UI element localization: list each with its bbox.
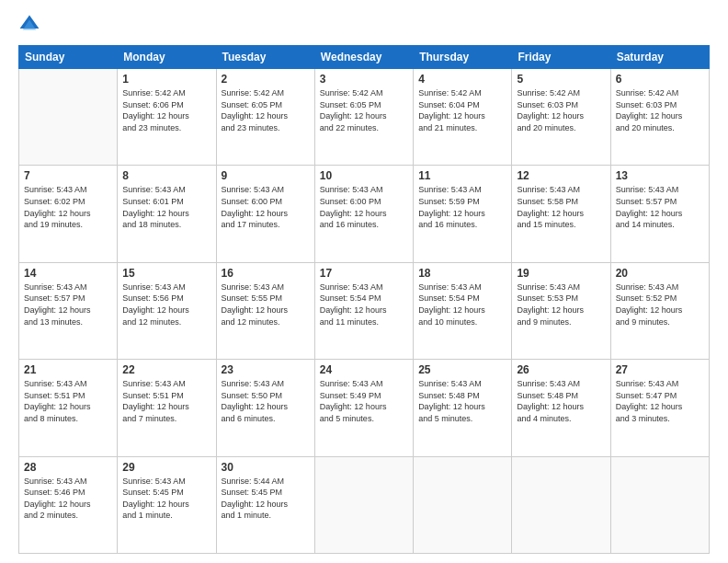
day-number: 17 [320, 267, 408, 280]
day-number: 5 [517, 73, 605, 86]
calendar-cell [512, 456, 610, 553]
day-info: Sunrise: 5:43 AM Sunset: 5:48 PM Dayligh… [418, 378, 506, 424]
calendar-cell: 15Sunrise: 5:43 AM Sunset: 5:56 PM Dayli… [118, 262, 216, 359]
calendar-week-row: 7Sunrise: 5:43 AM Sunset: 6:02 PM Daylig… [19, 166, 710, 262]
day-info: Sunrise: 5:44 AM Sunset: 5:45 PM Dayligh… [222, 476, 310, 522]
day-info: Sunrise: 5:43 AM Sunset: 6:00 PM Dayligh… [320, 184, 408, 230]
day-number: 28 [24, 461, 112, 474]
weekday-header-wednesday: Wednesday [314, 46, 413, 69]
weekday-header-tuesday: Tuesday [216, 46, 314, 69]
day-info: Sunrise: 5:43 AM Sunset: 5:45 PM Dayligh… [122, 476, 210, 522]
calendar-cell: 26Sunrise: 5:43 AM Sunset: 5:48 PM Dayli… [512, 360, 610, 456]
day-info: Sunrise: 5:43 AM Sunset: 5:48 PM Dayligh… [517, 378, 605, 424]
day-number: 21 [24, 363, 112, 376]
calendar-cell: 30Sunrise: 5:44 AM Sunset: 5:45 PM Dayli… [216, 456, 314, 553]
logo [18, 14, 44, 36]
day-info: Sunrise: 5:43 AM Sunset: 6:00 PM Dayligh… [222, 184, 310, 230]
calendar-cell: 18Sunrise: 5:43 AM Sunset: 5:54 PM Dayli… [414, 262, 512, 359]
calendar-cell: 14Sunrise: 5:43 AM Sunset: 5:57 PM Dayli… [19, 262, 118, 359]
day-number: 6 [616, 73, 704, 86]
calendar-cell: 25Sunrise: 5:43 AM Sunset: 5:48 PM Dayli… [414, 360, 512, 456]
calendar-cell: 17Sunrise: 5:43 AM Sunset: 5:54 PM Dayli… [314, 262, 413, 359]
day-number: 11 [418, 169, 506, 182]
day-info: Sunrise: 5:43 AM Sunset: 5:53 PM Dayligh… [517, 282, 605, 327]
calendar-cell: 2Sunrise: 5:42 AM Sunset: 6:05 PM Daylig… [216, 69, 314, 166]
weekday-header-saturday: Saturday [610, 46, 709, 69]
weekday-header-monday: Monday [118, 46, 216, 69]
day-info: Sunrise: 5:42 AM Sunset: 6:03 PM Dayligh… [616, 87, 704, 133]
day-info: Sunrise: 5:43 AM Sunset: 5:56 PM Dayligh… [122, 282, 210, 327]
calendar-cell [414, 456, 512, 553]
day-info: Sunrise: 5:43 AM Sunset: 5:54 PM Dayligh… [320, 282, 408, 327]
calendar-week-row: 21Sunrise: 5:43 AM Sunset: 5:51 PM Dayli… [19, 360, 710, 456]
calendar-cell: 1Sunrise: 5:42 AM Sunset: 6:06 PM Daylig… [118, 69, 216, 166]
calendar-cell: 8Sunrise: 5:43 AM Sunset: 6:01 PM Daylig… [118, 166, 216, 262]
day-number: 8 [122, 169, 210, 182]
day-info: Sunrise: 5:43 AM Sunset: 5:50 PM Dayligh… [222, 378, 310, 424]
day-number: 14 [24, 267, 112, 280]
calendar-cell: 16Sunrise: 5:43 AM Sunset: 5:55 PM Dayli… [216, 262, 314, 359]
calendar-cell: 12Sunrise: 5:43 AM Sunset: 5:58 PM Dayli… [512, 166, 610, 262]
calendar-cell: 13Sunrise: 5:43 AM Sunset: 5:57 PM Dayli… [610, 166, 709, 262]
calendar-cell: 29Sunrise: 5:43 AM Sunset: 5:45 PM Dayli… [118, 456, 216, 553]
logo-icon [18, 14, 40, 36]
day-info: Sunrise: 5:43 AM Sunset: 5:57 PM Dayligh… [24, 282, 112, 327]
calendar-cell: 28Sunrise: 5:43 AM Sunset: 5:46 PM Dayli… [19, 456, 118, 553]
calendar-cell [610, 456, 709, 553]
day-number: 20 [616, 267, 704, 280]
day-number: 7 [24, 169, 112, 182]
calendar-week-row: 14Sunrise: 5:43 AM Sunset: 5:57 PM Dayli… [19, 262, 710, 359]
calendar-cell: 4Sunrise: 5:42 AM Sunset: 6:04 PM Daylig… [414, 69, 512, 166]
day-number: 26 [517, 363, 605, 376]
day-number: 29 [122, 461, 210, 474]
day-info: Sunrise: 5:43 AM Sunset: 5:47 PM Dayligh… [616, 378, 704, 424]
day-info: Sunrise: 5:43 AM Sunset: 5:59 PM Dayligh… [418, 184, 506, 230]
day-number: 25 [418, 363, 506, 376]
day-info: Sunrise: 5:43 AM Sunset: 5:55 PM Dayligh… [222, 282, 310, 327]
day-number: 2 [222, 73, 310, 86]
day-number: 23 [222, 363, 310, 376]
calendar-cell: 11Sunrise: 5:43 AM Sunset: 5:59 PM Dayli… [414, 166, 512, 262]
day-info: Sunrise: 5:43 AM Sunset: 6:02 PM Dayligh… [24, 184, 112, 230]
calendar-cell: 7Sunrise: 5:43 AM Sunset: 6:02 PM Daylig… [19, 166, 118, 262]
day-number: 18 [418, 267, 506, 280]
day-number: 16 [222, 267, 310, 280]
day-info: Sunrise: 5:42 AM Sunset: 6:06 PM Dayligh… [122, 87, 210, 133]
day-info: Sunrise: 5:42 AM Sunset: 6:05 PM Dayligh… [320, 87, 408, 133]
day-info: Sunrise: 5:43 AM Sunset: 5:51 PM Dayligh… [24, 378, 112, 424]
calendar-cell: 20Sunrise: 5:43 AM Sunset: 5:52 PM Dayli… [610, 262, 709, 359]
weekday-header-friday: Friday [512, 46, 610, 69]
day-info: Sunrise: 5:42 AM Sunset: 6:04 PM Dayligh… [418, 87, 506, 133]
calendar-cell: 3Sunrise: 5:42 AM Sunset: 6:05 PM Daylig… [314, 69, 413, 166]
day-number: 22 [122, 363, 210, 376]
weekday-header-row: SundayMondayTuesdayWednesdayThursdayFrid… [19, 46, 710, 69]
day-info: Sunrise: 5:43 AM Sunset: 5:58 PM Dayligh… [517, 184, 605, 230]
day-info: Sunrise: 5:42 AM Sunset: 6:03 PM Dayligh… [517, 87, 605, 133]
day-info: Sunrise: 5:43 AM Sunset: 5:54 PM Dayligh… [418, 282, 506, 327]
day-number: 4 [418, 73, 506, 86]
calendar-cell: 10Sunrise: 5:43 AM Sunset: 6:00 PM Dayli… [314, 166, 413, 262]
day-number: 3 [320, 73, 408, 86]
page: SundayMondayTuesdayWednesdayThursdayFrid… [0, 0, 728, 563]
calendar-cell: 27Sunrise: 5:43 AM Sunset: 5:47 PM Dayli… [610, 360, 709, 456]
day-info: Sunrise: 5:43 AM Sunset: 6:01 PM Dayligh… [122, 184, 210, 230]
day-number: 19 [517, 267, 605, 280]
calendar-cell [314, 456, 413, 553]
day-number: 12 [517, 169, 605, 182]
day-number: 15 [122, 267, 210, 280]
calendar-cell: 19Sunrise: 5:43 AM Sunset: 5:53 PM Dayli… [512, 262, 610, 359]
calendar-cell: 23Sunrise: 5:43 AM Sunset: 5:50 PM Dayli… [216, 360, 314, 456]
day-number: 10 [320, 169, 408, 182]
day-info: Sunrise: 5:43 AM Sunset: 5:52 PM Dayligh… [616, 282, 704, 327]
calendar-week-row: 1Sunrise: 5:42 AM Sunset: 6:06 PM Daylig… [19, 69, 710, 166]
day-info: Sunrise: 5:43 AM Sunset: 5:49 PM Dayligh… [320, 378, 408, 424]
calendar-week-row: 28Sunrise: 5:43 AM Sunset: 5:46 PM Dayli… [19, 456, 710, 553]
day-number: 9 [222, 169, 310, 182]
calendar-cell: 24Sunrise: 5:43 AM Sunset: 5:49 PM Dayli… [314, 360, 413, 456]
calendar-cell: 6Sunrise: 5:42 AM Sunset: 6:03 PM Daylig… [610, 69, 709, 166]
day-info: Sunrise: 5:43 AM Sunset: 5:46 PM Dayligh… [24, 476, 112, 522]
header [18, 14, 710, 36]
weekday-header-sunday: Sunday [19, 46, 118, 69]
day-info: Sunrise: 5:43 AM Sunset: 5:57 PM Dayligh… [616, 184, 704, 230]
day-number: 30 [222, 461, 310, 474]
